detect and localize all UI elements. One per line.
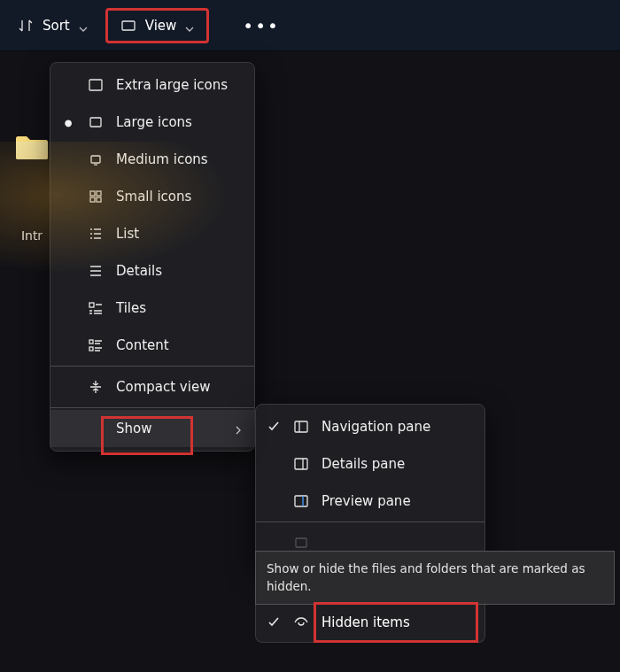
menu-item-label: Large icons bbox=[116, 114, 244, 130]
menu-item-tiles[interactable]: Tiles bbox=[50, 290, 254, 327]
hidden-items-tooltip: Show or hide the files and folders that … bbox=[255, 551, 615, 605]
check-icon bbox=[267, 616, 281, 629]
blank-icon bbox=[88, 421, 104, 436]
menu-item-navigation-pane[interactable]: Navigation pane bbox=[256, 408, 484, 445]
menu-item-details[interactable]: Details bbox=[50, 252, 254, 290]
menu-item-label: Preview pane bbox=[322, 493, 474, 509]
svg-rect-5 bbox=[97, 191, 101, 196]
extra-large-icons-icon bbox=[88, 77, 104, 93]
menu-separator bbox=[256, 521, 484, 522]
view-menu: Extra large icons ● Large icons Medium i… bbox=[50, 62, 255, 452]
sort-label: Sort bbox=[43, 18, 70, 34]
view-icon bbox=[120, 18, 136, 34]
tiles-icon bbox=[88, 300, 104, 316]
show-submenu: Navigation pane Details pane Preview pan… bbox=[255, 404, 485, 566]
menu-item-small-icons[interactable]: Small icons bbox=[50, 178, 254, 215]
menu-item-label: Navigation pane bbox=[322, 419, 474, 435]
menu-item-label: Show bbox=[116, 421, 221, 436]
menu-item-show[interactable]: Show bbox=[50, 410, 254, 447]
unknown-icon bbox=[293, 535, 309, 551]
menu-item-label: Medium icons bbox=[116, 151, 244, 167]
svg-rect-0 bbox=[122, 21, 135, 30]
menu-item-label: Content bbox=[116, 337, 244, 353]
menu-separator bbox=[50, 407, 254, 408]
menu-item-extra-large-icons[interactable]: Extra large icons bbox=[50, 66, 254, 104]
folder-icon bbox=[14, 133, 50, 161]
menu-item-content[interactable]: Content bbox=[50, 327, 254, 364]
content-icon bbox=[88, 337, 104, 353]
sort-icon bbox=[18, 18, 34, 34]
menu-item-label: Small icons bbox=[116, 189, 244, 205]
selected-bullet: ● bbox=[61, 118, 75, 127]
view-button[interactable]: View bbox=[105, 8, 210, 43]
details-icon bbox=[88, 263, 104, 279]
small-icons-icon bbox=[88, 189, 104, 205]
svg-rect-14 bbox=[296, 538, 306, 547]
svg-rect-3 bbox=[91, 156, 100, 163]
menu-item-label: Tiles bbox=[116, 300, 244, 316]
hidden-items-icon bbox=[293, 614, 309, 630]
menu-item-large-icons[interactable]: ● Large icons bbox=[50, 104, 254, 141]
svg-rect-12 bbox=[295, 459, 307, 469]
check-icon bbox=[267, 421, 281, 433]
sort-button[interactable]: Sort bbox=[5, 11, 100, 41]
svg-rect-8 bbox=[89, 303, 94, 307]
svg-rect-6 bbox=[90, 197, 95, 202]
navigation-pane-icon bbox=[293, 419, 309, 435]
svg-rect-10 bbox=[89, 347, 93, 351]
menu-item-medium-icons[interactable]: Medium icons bbox=[50, 141, 254, 178]
menu-item-preview-pane[interactable]: Preview pane bbox=[256, 483, 484, 520]
menu-item-label: Compact view bbox=[116, 379, 244, 395]
toolbar: Sort View ••• bbox=[0, 0, 620, 51]
chevron-right-icon bbox=[233, 423, 244, 434]
medium-icons-icon bbox=[88, 151, 104, 167]
svg-rect-13 bbox=[295, 496, 307, 506]
svg-rect-11 bbox=[295, 421, 307, 432]
compact-view-icon bbox=[88, 379, 104, 395]
menu-item-list[interactable]: List bbox=[50, 215, 254, 252]
preview-pane-icon bbox=[293, 493, 309, 509]
ellipsis-icon: ••• bbox=[243, 15, 279, 36]
svg-rect-7 bbox=[97, 197, 101, 202]
details-pane-icon bbox=[293, 456, 309, 472]
menu-item-label: Extra large icons bbox=[116, 77, 244, 93]
menu-item-compact-view[interactable]: Compact view bbox=[50, 368, 254, 406]
view-label: View bbox=[145, 18, 177, 34]
menu-item-hidden-items[interactable]: Hidden items bbox=[255, 602, 485, 643]
more-button[interactable]: ••• bbox=[229, 8, 293, 43]
list-icon bbox=[88, 226, 104, 242]
chevron-down-icon bbox=[185, 21, 194, 30]
large-icons-icon bbox=[88, 114, 104, 130]
menu-item-label: List bbox=[116, 226, 244, 242]
svg-rect-1 bbox=[89, 80, 102, 90]
svg-rect-9 bbox=[89, 340, 93, 344]
svg-rect-4 bbox=[90, 191, 95, 196]
menu-item-label: Details pane bbox=[322, 456, 474, 472]
menu-separator bbox=[50, 366, 254, 367]
menu-item-details-pane[interactable]: Details pane bbox=[256, 445, 484, 483]
chevron-down-icon bbox=[79, 21, 88, 30]
svg-rect-2 bbox=[90, 118, 101, 127]
menu-item-label: Details bbox=[116, 263, 244, 279]
menu-item-label: Hidden items bbox=[322, 614, 474, 630]
